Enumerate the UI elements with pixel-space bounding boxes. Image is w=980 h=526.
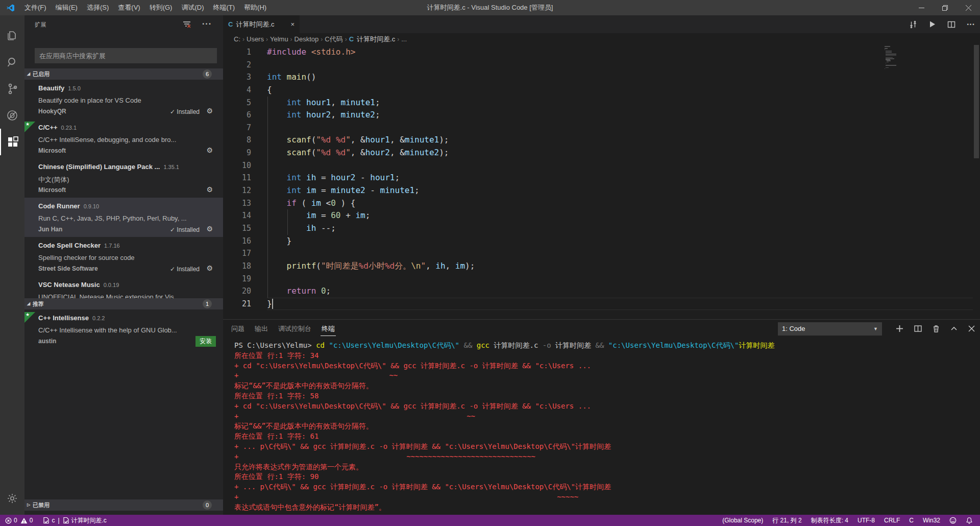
menu-item-0[interactable]: 文件(F)	[20, 0, 51, 15]
code-line[interactable]: 16 }	[223, 235, 980, 248]
status-right-item-3[interactable]: UTF-8	[857, 517, 875, 524]
spell-file-status[interactable]: 计算时间差.c	[63, 516, 107, 525]
spell-checker-status[interactable]: c	[43, 517, 55, 524]
search-input[interactable]	[35, 48, 217, 63]
extension-gear-icon[interactable]: ⚙	[206, 264, 213, 272]
panel-tab-终端[interactable]: 终端	[321, 321, 336, 336]
debug-icon[interactable]	[0, 102, 24, 129]
status-bar: 0 0 c | 计算时间差.c (Global Scope)行 21, 列 2制…	[0, 515, 980, 526]
section-header-disabled[interactable]: ▷已禁用0	[24, 499, 223, 511]
status-right-item-5[interactable]: C	[909, 517, 914, 524]
extension-item[interactable]: C++ Intellisense0.2.2C/C++ Intellisense …	[24, 309, 223, 349]
terminal-dropdown[interactable]: 1: Code ▼	[778, 322, 882, 336]
extension-item[interactable]: Code Spell Checker1.7.16Spelling checker…	[24, 237, 223, 276]
code-line[interactable]: 11 int ih = hour2 - hour1;	[223, 172, 980, 184]
section-header-recommended[interactable]: ◢推荐1	[24, 298, 223, 309]
run-code-icon[interactable]	[928, 20, 936, 28]
menu-item-1[interactable]: 编辑(E)	[51, 0, 82, 15]
install-button[interactable]: 安装	[195, 336, 216, 347]
code-line[interactable]: 21}	[223, 298, 980, 310]
notifications-bell-icon[interactable]	[966, 517, 973, 524]
code-line[interactable]: 4{	[223, 84, 980, 97]
explorer-icon[interactable]	[0, 22, 24, 49]
editor-more-actions-icon[interactable]: ···	[967, 20, 975, 29]
new-terminal-icon[interactable]	[896, 325, 903, 332]
code-line[interactable]: 18 printf("时间差是%d小时%d分。\n", ih, im);	[223, 260, 980, 273]
manage-gear-icon[interactable]	[0, 486, 24, 511]
section-count-badge: 6	[203, 69, 212, 79]
clear-extensions-filter-icon[interactable]	[183, 20, 191, 28]
code-line[interactable]: 12 int im = minute2 - minute1;	[223, 184, 980, 197]
code-line[interactable]: 19	[223, 273, 980, 285]
extension-gear-icon[interactable]: ⚙	[206, 146, 213, 154]
tab-close-icon[interactable]: ×	[290, 20, 295, 28]
status-right-item-4[interactable]: CRLF	[884, 517, 900, 524]
code-line[interactable]: 14 im = 60 + im;	[223, 209, 980, 222]
source-control-icon[interactable]	[0, 76, 24, 102]
warnings-status[interactable]: 0	[20, 517, 33, 524]
minimize-button[interactable]	[910, 0, 933, 15]
code-editor[interactable]: 1#include <stdio.h>23int main()4{5 int h…	[223, 45, 980, 319]
breadcrumb-item[interactable]: C代码	[325, 35, 342, 44]
extension-item[interactable]: VSC Netease Music0.0.19UNOFFICIAL Neteas…	[24, 276, 223, 298]
code-line[interactable]: 17	[223, 247, 980, 260]
menu-item-4[interactable]: 转到(G)	[145, 0, 177, 15]
menu-item-5[interactable]: 调试(D)	[177, 0, 208, 15]
breadcrumb-item[interactable]: Yelmu	[270, 35, 288, 43]
code-line[interactable]: 6 int hour2, minute2;	[223, 109, 980, 122]
minimap[interactable]	[885, 46, 914, 69]
extension-item[interactable]: C/C++0.23.1C/C++ IntelliSense, debugging…	[24, 119, 223, 158]
panel-tab-调试控制台[interactable]: 调试控制台	[277, 321, 312, 336]
panel-tab-输出[interactable]: 输出	[254, 321, 269, 336]
terminal-output[interactable]: PS C:\Users\Yelmu> cd "c:\Users\Yelmu\De…	[223, 338, 980, 513]
breadcrumb-item[interactable]: Desktop	[295, 35, 319, 43]
code-line[interactable]: 5 int hour1, minute1;	[223, 97, 980, 109]
code-line[interactable]: 9 scanf("%d %d", &hour2, &minute2);	[223, 147, 980, 159]
editor-scrollbar[interactable]	[974, 45, 979, 158]
extension-gear-icon[interactable]: ⚙	[206, 185, 213, 194]
menu-item-7[interactable]: 帮助(H)	[239, 0, 271, 15]
extension-item[interactable]: Beautify1.5.0Beautify code in place for …	[24, 80, 223, 119]
code-line[interactable]: 13 if ( im <0 ) {	[223, 197, 980, 210]
status-right-item-6[interactable]: Win32	[923, 517, 940, 524]
extension-item[interactable]: Chinese (Simplified) Language Pack ...1.…	[24, 158, 223, 198]
extension-gear-icon[interactable]: ⚙	[206, 225, 213, 233]
code-line[interactable]: 7	[223, 122, 980, 134]
close-panel-icon[interactable]	[968, 325, 975, 332]
breadcrumb[interactable]: C:›Users›Yelmu›Desktop›C代码›C计算时间差.c›...	[223, 33, 980, 45]
close-window-button[interactable]	[957, 0, 980, 15]
restore-button[interactable]	[933, 0, 957, 15]
code-line[interactable]: 10	[223, 159, 980, 172]
breadcrumb-item[interactable]: Users	[247, 35, 264, 43]
split-editor-icon[interactable]	[947, 20, 955, 29]
menu-item-2[interactable]: 选择(S)	[82, 0, 113, 15]
panel-tab-问题[interactable]: 问题	[230, 321, 246, 336]
code-line[interactable]: 3int main()	[223, 71, 980, 84]
breadcrumb-item[interactable]: C:	[234, 35, 240, 43]
menu-item-6[interactable]: 终端(T)	[208, 0, 239, 15]
status-right-item-0[interactable]: (Global Scope)	[722, 517, 763, 524]
search-icon[interactable]	[0, 49, 24, 76]
more-actions-icon[interactable]: ···	[202, 19, 212, 29]
split-terminal-icon[interactable]	[914, 325, 922, 332]
tab-file[interactable]: C 计算时间差.c ×	[223, 15, 300, 33]
breadcrumb-symbol[interactable]: ...	[401, 35, 407, 43]
breadcrumb-file[interactable]: 计算时间差.c	[357, 35, 395, 44]
status-right-item-2[interactable]: 制表符长度: 4	[811, 516, 848, 525]
section-header-enabled[interactable]: ◢已启用6	[24, 68, 223, 80]
extension-item[interactable]: Code Runner0.9.10Run C, C++, Java, JS, P…	[24, 198, 223, 237]
open-changes-icon[interactable]	[909, 20, 917, 29]
code-line[interactable]: 15 ih --;	[223, 222, 980, 235]
extensions-icon[interactable]	[0, 129, 24, 155]
errors-status[interactable]: 0	[5, 517, 17, 524]
code-line[interactable]: 1#include <stdio.h>	[223, 46, 980, 59]
code-line[interactable]: 8 scanf("%d %d", &hour1, &minute1);	[223, 134, 980, 147]
status-right-item-1[interactable]: 行 21, 列 2	[772, 516, 801, 525]
extension-gear-icon[interactable]: ⚙	[206, 107, 213, 115]
maximize-panel-icon[interactable]	[950, 325, 958, 332]
kill-terminal-icon[interactable]	[933, 325, 940, 332]
code-line[interactable]: 2	[223, 59, 980, 71]
feedback-smiley-icon[interactable]	[949, 517, 957, 524]
code-line[interactable]: 20 return 0;	[223, 285, 980, 298]
menu-item-3[interactable]: 查看(V)	[113, 0, 144, 15]
